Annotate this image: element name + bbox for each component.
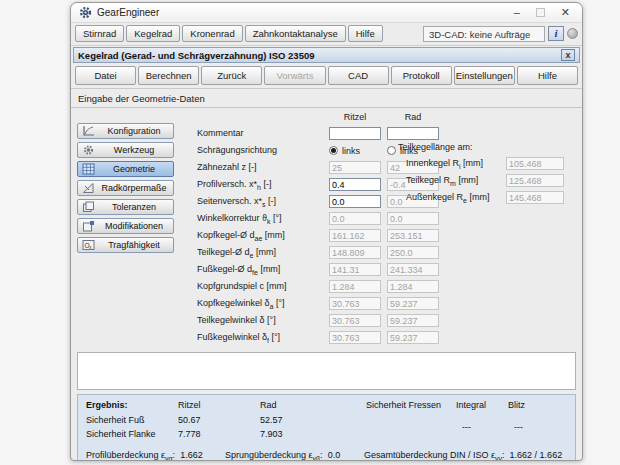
overlap-ratio: Sprungüberdeckung εvβ: 0.0 [225, 450, 340, 461]
form-row: Teilkegel-Ø de [mm] [197, 244, 439, 261]
sidebar: Konfiguration Werkzeug Geometrie Radkörp… [77, 123, 174, 256]
comment-ritzel-field[interactable] [329, 127, 381, 140]
geometry-input-area: Konfiguration Werkzeug Geometrie Radkörp… [71, 108, 582, 349]
maximize-button[interactable] [536, 8, 545, 17]
results-title: Ergebnis: [86, 400, 128, 410]
tip-clearance-ritzel-field [329, 280, 381, 293]
toolbar-button-zur-ck[interactable]: Zurück [201, 66, 262, 85]
outer-cone-length-field [506, 191, 564, 204]
message-output-area [77, 352, 576, 390]
pitch-cone-length-field [506, 174, 564, 187]
results-panel: Ergebnis: Ritzel Rad Sicherheit Fressen … [77, 394, 576, 461]
form-row: Fußkegel-Ø dfe [mm] [197, 261, 439, 278]
form-row: Winkelkorrektur ϑk [°] [197, 210, 439, 227]
toolbar-button-protokoll[interactable]: Protokoll [391, 66, 452, 85]
app-window: GearEngineer – ✕ StirnradKegelradKronenr… [70, 2, 583, 461]
root-safety-ritzel: 50.67 [178, 415, 201, 425]
modifications-icon [81, 220, 96, 232]
menu-tab-hilfe[interactable]: Hilfe [348, 25, 383, 42]
results-col-rad: Rad [260, 400, 277, 410]
toolbar-button-datei[interactable]: Datei [75, 66, 136, 85]
angle-correction-rad-field [387, 212, 439, 225]
integral-label: Integral [456, 400, 486, 410]
side-shift-label: Seitenversch. x*s [-] [197, 196, 323, 208]
toolbar-button-einstellungen[interactable]: Einstellungen [454, 66, 515, 85]
total-contact-ratio: Gesamtüberdeckung DIN / ISO εvγ: 1.662 /… [364, 450, 562, 461]
section-title: Eingabe der Geometrie-Daten [71, 89, 582, 108]
column-header-rad: Rad [387, 112, 439, 122]
helix-direction-label: Schrägungsrichtung [197, 145, 323, 157]
angle-correction-ritzel-field [329, 212, 381, 225]
form-row: Kopfgrundspiel c [mm] [197, 278, 439, 295]
form-row: Fußkegelwinkel δf [°] [197, 329, 439, 346]
angle-correction-label: Winkelkorrektur ϑk [°] [197, 213, 323, 225]
frame-title: Kegelrad (Gerad- und Schrägverzahnung) I… [78, 50, 315, 61]
integral-value: --- [462, 422, 471, 432]
menu-tab-kegelrad[interactable]: Kegelrad [126, 25, 180, 42]
profile-shift-ritzel-field[interactable] [329, 178, 381, 191]
root-cone-diameter-ritzel-field [329, 263, 381, 276]
pitch-cone-length-panel: Teilkegellänge am: Innenkegel Ri [mm] Te… [398, 138, 564, 206]
pitch-cone-diameter-label: Teilkegel-Ø de [mm] [197, 247, 323, 259]
inner-cone-length-field [506, 157, 564, 170]
blitz-value: --- [514, 422, 523, 432]
tip-clearance-label: Kopfgrundspiel c [mm] [197, 281, 323, 293]
side-shift-ritzel-field[interactable] [329, 195, 381, 208]
close-button[interactable]: ✕ [561, 7, 570, 18]
sidebar-item-geometrie[interactable]: Geometrie [77, 161, 174, 177]
sidebar-item-konfiguration[interactable]: Konfiguration [77, 123, 174, 139]
menu-tab-zahnkontaktanalyse[interactable]: Zahnkontaktanalyse [245, 25, 346, 42]
form-row: Kopfkegel-Ø dae [mm] [197, 227, 439, 244]
wheel-body-icon [81, 182, 96, 194]
sidebar-item-werkzeug[interactable]: Werkzeug [77, 142, 174, 158]
info-button[interactable]: i [548, 26, 564, 41]
helix-direction-rad-radio[interactable] [387, 146, 396, 155]
cone-row: Innenkegel Ri [mm] [398, 155, 564, 172]
toolbar: DateiBerechnenZurückVorwärtsCADProtokoll… [71, 63, 582, 89]
load-capacity-icon: Ox [81, 239, 96, 251]
sidebar-item-tragf-higkeit[interactable]: Ox Tragfähigkeit [77, 237, 174, 253]
root-cone-diameter-rad-field [387, 263, 439, 276]
tip-cone-diameter-label: Kopfkegel-Ø dae [mm] [197, 230, 323, 242]
minimize-button[interactable]: – [514, 7, 520, 18]
blitz-label: Blitz [508, 400, 525, 410]
root-cone-angle-ritzel-field [329, 331, 381, 344]
sidebar-item-toleranzen[interactable]: Toleranzen [77, 199, 174, 215]
tip-cone-diameter-ritzel-field [329, 229, 381, 242]
scuffing-safety-label: Sicherheit Fressen [366, 400, 441, 410]
tip-cone-diameter-rad-field [387, 229, 439, 242]
menu-tab-row: StirnradKegelradKronenradZahnkontaktanal… [71, 23, 582, 46]
tooth-count-ritzel-field [329, 161, 381, 174]
cone-panel-title: Teilkegellänge am: [398, 138, 564, 155]
frame-close-button[interactable]: x [561, 49, 575, 61]
pitch-cone-diameter-rad-field [387, 246, 439, 259]
results-col-ritzel: Ritzel [178, 400, 201, 410]
tool-icon [81, 144, 96, 156]
tolerances-icon [81, 201, 96, 213]
root-cone-diameter-label: Fußkegel-Ø dfe [mm] [197, 264, 323, 276]
menu-tab-stirnrad[interactable]: Stirnrad [75, 25, 124, 42]
pitch-cone-length-label: Teilkegel Rm [mm] [398, 175, 502, 187]
pitch-cone-angle-rad-field [387, 314, 439, 327]
toolbar-button-cad[interactable]: CAD [328, 66, 389, 85]
tooth-count-label: Zähnezahl z [-] [197, 162, 323, 174]
sidebar-item-modifikationen[interactable]: Modifikationen [77, 218, 174, 234]
window-title: GearEngineer [97, 7, 159, 18]
toolbar-button-vorw-rts[interactable]: Vorwärts [264, 66, 325, 85]
status-led-icon [567, 28, 578, 39]
root-cone-angle-label: Fußkegelwinkel δf [°] [197, 332, 323, 344]
flank-safety-rad: 7.903 [260, 429, 283, 439]
inner-cone-length-label: Innenkegel Ri [mm] [398, 158, 502, 170]
toolbar-button-hilfe[interactable]: Hilfe [517, 66, 578, 85]
profile-shift-label: Profilversch. x*h [-] [197, 179, 323, 191]
sidebar-item-radk-rperma-e[interactable]: Radkörpermaße [77, 180, 174, 196]
root-safety-rad: 52.57 [260, 415, 283, 425]
helix-direction-ritzel-radio[interactable] [329, 146, 338, 155]
pitch-cone-angle-label: Teilkegelwinkel δ [°] [197, 315, 323, 327]
column-header-ritzel: Ritzel [329, 112, 381, 122]
menu-tab-kronenrad[interactable]: Kronenrad [182, 25, 242, 42]
root-safety-label: Sicherheit Fuß [86, 415, 145, 425]
form-row: Kopfkegelwinkel δa [°] [197, 295, 439, 312]
toolbar-button-berechnen[interactable]: Berechnen [138, 66, 199, 85]
comment-label: Kommentar [197, 128, 323, 140]
